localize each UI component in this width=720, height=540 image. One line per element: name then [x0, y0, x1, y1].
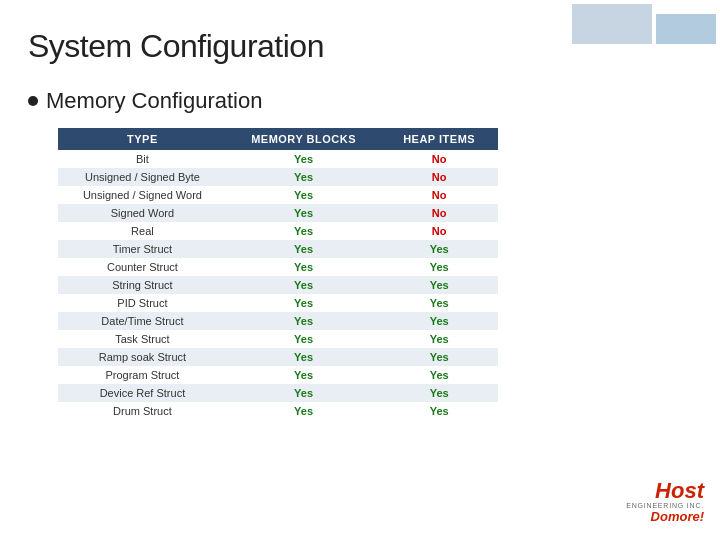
bullet-icon — [28, 96, 38, 106]
heap-cell: Yes — [380, 348, 498, 366]
table-row: BitYesNo — [58, 150, 498, 168]
col-header-memory: MEMORY BLOCKS — [227, 128, 380, 150]
type-cell: String Struct — [58, 276, 227, 294]
type-cell: Program Struct — [58, 366, 227, 384]
brand-name: Host — [655, 480, 704, 502]
heap-cell: Yes — [380, 330, 498, 348]
memory-cell: Yes — [227, 348, 380, 366]
table-row: Device Ref StructYesYes — [58, 384, 498, 402]
heap-cell: Yes — [380, 366, 498, 384]
memory-cell: Yes — [227, 240, 380, 258]
table-row: Unsigned / Signed ByteYesNo — [58, 168, 498, 186]
brand-tagline: Domore! — [651, 509, 704, 524]
type-cell: Task Struct — [58, 330, 227, 348]
brand-sub: Engineering Inc. — [626, 502, 704, 509]
table-row: String StructYesYes — [58, 276, 498, 294]
memory-cell: Yes — [227, 168, 380, 186]
type-cell: Drum Struct — [58, 402, 227, 420]
col-header-type: TYPE — [58, 128, 227, 150]
table-row: Date/Time StructYesYes — [58, 312, 498, 330]
type-cell: Unsigned / Signed Word — [58, 186, 227, 204]
type-cell: Date/Time Struct — [58, 312, 227, 330]
memory-cell: Yes — [227, 312, 380, 330]
type-cell: Bit — [58, 150, 227, 168]
memory-cell: Yes — [227, 258, 380, 276]
more-text: more! — [668, 509, 704, 524]
table-row: Timer StructYesYes — [58, 240, 498, 258]
heap-cell: Yes — [380, 258, 498, 276]
table-row: Counter StructYesYes — [58, 258, 498, 276]
memory-configuration-section: Memory Configuration TYPE MEMORY BLOCKS … — [28, 88, 498, 420]
memory-cell: Yes — [227, 330, 380, 348]
table-row: RealYesNo — [58, 222, 498, 240]
memory-cell: Yes — [227, 186, 380, 204]
section-heading: Memory Configuration — [28, 88, 498, 114]
heap-cell: No — [380, 204, 498, 222]
logo-area: Host Engineering Inc. Domore! — [626, 480, 704, 524]
memory-config-table: TYPE MEMORY BLOCKS HEAP ITEMS BitYesNoUn… — [58, 128, 498, 420]
memory-cell: Yes — [227, 276, 380, 294]
heap-cell: Yes — [380, 312, 498, 330]
heap-cell: Yes — [380, 402, 498, 420]
memory-cell: Yes — [227, 402, 380, 420]
memory-cell: Yes — [227, 384, 380, 402]
type-cell: Timer Struct — [58, 240, 227, 258]
heap-cell: Yes — [380, 240, 498, 258]
memory-cell: Yes — [227, 204, 380, 222]
type-cell: Counter Struct — [58, 258, 227, 276]
table-row: PID StructYesYes — [58, 294, 498, 312]
deco-shape-2 — [656, 14, 716, 44]
memory-cell: Yes — [227, 366, 380, 384]
type-cell: PID Struct — [58, 294, 227, 312]
type-cell: Device Ref Struct — [58, 384, 227, 402]
section-heading-label: Memory Configuration — [46, 88, 262, 114]
col-header-heap: HEAP ITEMS — [380, 128, 498, 150]
table-row: Unsigned / Signed WordYesNo — [58, 186, 498, 204]
heap-cell: No — [380, 150, 498, 168]
table-row: Signed WordYesNo — [58, 204, 498, 222]
heap-cell: Yes — [380, 276, 498, 294]
heap-cell: No — [380, 222, 498, 240]
heap-cell: No — [380, 186, 498, 204]
table-row: Task StructYesYes — [58, 330, 498, 348]
type-cell: Real — [58, 222, 227, 240]
type-cell: Unsigned / Signed Byte — [58, 168, 227, 186]
type-cell: Signed Word — [58, 204, 227, 222]
memory-cell: Yes — [227, 222, 380, 240]
table-row: Ramp soak StructYesYes — [58, 348, 498, 366]
deco-shape-1 — [572, 4, 652, 44]
do-text: Do — [651, 509, 668, 524]
memory-cell: Yes — [227, 294, 380, 312]
heap-cell: No — [380, 168, 498, 186]
type-cell: Ramp soak Struct — [58, 348, 227, 366]
heap-cell: Yes — [380, 384, 498, 402]
memory-cell: Yes — [227, 150, 380, 168]
table-row: Program StructYesYes — [58, 366, 498, 384]
page-title: System Configuration — [28, 28, 324, 65]
table-row: Drum StructYesYes — [58, 402, 498, 420]
heap-cell: Yes — [380, 294, 498, 312]
decorative-corner — [540, 0, 720, 60]
